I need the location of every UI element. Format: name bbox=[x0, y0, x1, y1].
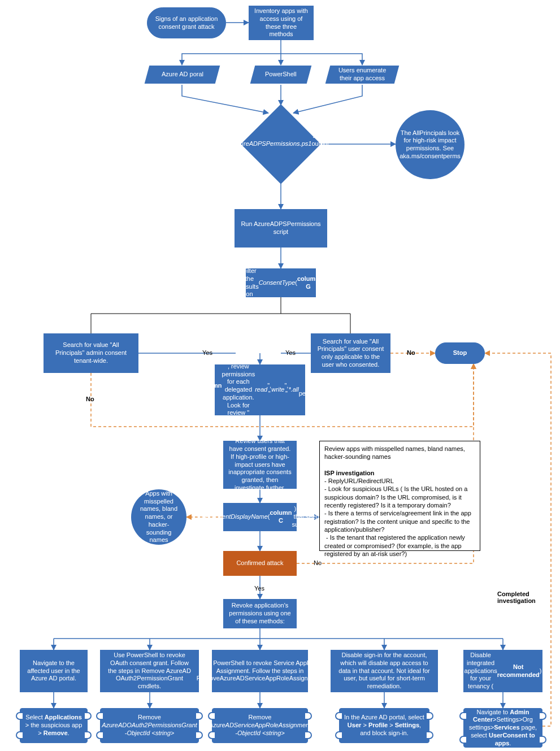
node-confirmed: Confirmed attack bbox=[223, 551, 297, 576]
node-method5b: Navigate to Admin Center>Settings>Org se… bbox=[463, 708, 542, 748]
label-completed: Completed investigation bbox=[497, 591, 542, 604]
label-yes-confirmed: Yes bbox=[254, 585, 264, 592]
node-method3a: Use PowerShell to revoke Service AppRole… bbox=[212, 650, 308, 692]
node-method4b: In the Azure AD portal, select User > Pr… bbox=[339, 708, 429, 743]
node-method1b: Select Applications > the suspicious app… bbox=[20, 708, 88, 743]
label-yes-right: Yes bbox=[285, 349, 296, 356]
node-start: Signs of an application consent grant at… bbox=[147, 7, 226, 38]
node-powershell: PowerShell bbox=[250, 66, 312, 84]
node-stop: Stop bbox=[435, 342, 485, 364]
node-inventory: Inventory apps with access using of thes… bbox=[249, 6, 314, 40]
flowchart-canvas: Signs of an application consent grant at… bbox=[0, 0, 560, 751]
node-method2a: Use PowerShell to revoke OAuth consent g… bbox=[100, 650, 199, 692]
label-no-admin: No bbox=[86, 396, 94, 402]
node-method4a: Disable sign-in for the account, which w… bbox=[331, 650, 438, 692]
node-search-user: Search for value "All Principals" user c… bbox=[311, 333, 390, 373]
node-allprincipals-info: The AllPrincipals look for high-risk imp… bbox=[396, 110, 465, 179]
node-check-client: Check ClientDisplayName (column C) for a… bbox=[223, 503, 297, 531]
label-no-confirmed: No bbox=[314, 559, 322, 566]
node-revoke: Revoke application's permissions using o… bbox=[223, 599, 297, 628]
node-method3b: Remove AzureADServiceAppRoleAssignment -… bbox=[212, 708, 308, 743]
node-note: Review apps with misspelled names, bland… bbox=[319, 441, 480, 551]
label-no-user: No bbox=[407, 349, 415, 356]
node-script-file: AzureADPSPermissions.ps1 script output f… bbox=[253, 116, 309, 172]
node-method1a: Navigate to the affected user in the Azu… bbox=[20, 650, 88, 692]
node-users-enum: Users enumerate their app access bbox=[325, 66, 400, 84]
node-filter-results: Filter the results on ConsentType (colum… bbox=[246, 268, 316, 297]
node-azure-portal: Azure AD poral bbox=[145, 66, 220, 84]
node-review-users: Review users that have consent granted. … bbox=[223, 441, 297, 489]
node-method2b: Remove AzureADOAuth2PermissionsGrant -Ob… bbox=[100, 708, 199, 743]
node-apps-misspelled: Apps with misspelled names, bland names,… bbox=[131, 489, 186, 545]
node-run-script: Run AzureADPSPermissions script bbox=[235, 209, 327, 248]
node-look-col-f: Look in column F, review permissions for… bbox=[215, 364, 305, 415]
node-search-admin: Search for value "All Principals" admin … bbox=[44, 333, 138, 373]
node-method5a: Disable integrated applications for your… bbox=[463, 650, 542, 692]
label-yes-left: Yes bbox=[202, 349, 212, 356]
